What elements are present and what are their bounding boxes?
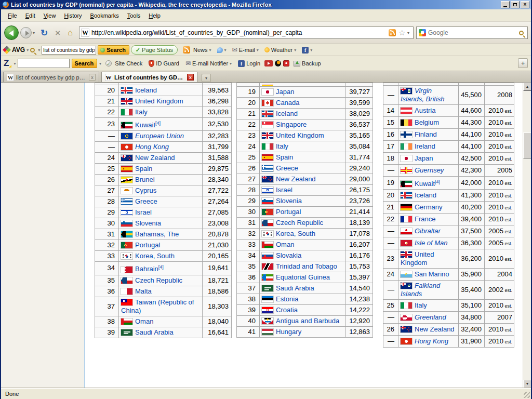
tab-list-button[interactable]: ▾ xyxy=(202,74,211,82)
footnote-link[interactable]: [4] xyxy=(155,121,161,126)
country-link[interactable]: Italy xyxy=(415,301,427,309)
country-link[interactable]: Italy xyxy=(276,142,288,150)
resize-grip[interactable] xyxy=(524,392,530,398)
facebook-login-button[interactable]: fLogin xyxy=(236,60,262,67)
search-magnifier-icon[interactable] xyxy=(519,31,524,35)
country-link[interactable]: Czech Republic xyxy=(135,276,182,284)
backup-button[interactable]: Backup xyxy=(291,60,323,66)
country-link[interactable]: Oman xyxy=(135,317,153,325)
country-link[interactable]: Israel xyxy=(276,186,292,194)
scroll-down-icon[interactable]: ▼ xyxy=(523,380,531,388)
country-link[interactable]: San Marino xyxy=(415,270,449,278)
za-menu-caret-icon[interactable]: ▾ xyxy=(14,61,16,66)
country-link[interactable]: New Zealand xyxy=(415,325,455,333)
country-link[interactable]: Canada xyxy=(276,99,300,107)
country-link[interactable]: New Zealand xyxy=(276,175,316,183)
menu-help[interactable]: Help xyxy=(145,11,164,20)
refresh-button[interactable]: ↻ xyxy=(41,29,48,37)
google-search-input[interactable] xyxy=(426,29,519,36)
url-dropdown-icon[interactable]: ▾ xyxy=(407,31,409,35)
country-link[interactable]: Portugal xyxy=(276,208,301,216)
new-tab-button[interactable]: + xyxy=(518,58,528,68)
url-input[interactable] xyxy=(89,29,388,36)
country-link[interactable]: Iceland xyxy=(415,191,436,199)
country-link[interactable]: Kuwait xyxy=(135,121,155,129)
minimize-button[interactable] xyxy=(501,1,510,8)
avg-menu-caret-icon[interactable]: ▾ xyxy=(26,48,29,52)
country-link[interactable]: Singapore xyxy=(276,121,307,128)
page-status-button[interactable]: ✓Page Status xyxy=(131,45,178,55)
country-link[interactable]: Japan xyxy=(415,154,433,162)
google-logo-icon[interactable] xyxy=(419,29,426,36)
media-icon[interactable] xyxy=(283,60,289,66)
stop-button[interactable]: × xyxy=(55,29,60,37)
country-link[interactable]: Finland xyxy=(415,130,437,138)
tab-gdp-article[interactable]: W List of countries by GDP (nominal... x xyxy=(101,72,197,82)
country-link[interactable]: Antigua and Barbuda xyxy=(276,317,339,325)
avg-logo-icon[interactable] xyxy=(3,46,11,54)
id-guard-button[interactable]: ID Guard xyxy=(147,60,181,67)
country-link[interactable]: Greece xyxy=(135,197,157,205)
email-notifier-button[interactable]: ✉E-mail Notifier▾ xyxy=(183,60,234,67)
footnote-link[interactable]: [4] xyxy=(435,179,440,184)
country-link[interactable]: Belgium xyxy=(415,118,439,126)
scrollbar-thumb[interactable] xyxy=(523,132,531,158)
avg-search-button[interactable]: Search xyxy=(98,45,129,55)
facebook-button[interactable]: f▾ xyxy=(300,47,314,54)
country-link[interactable]: Oman xyxy=(276,241,294,248)
menu-bookmarks[interactable]: Bookmarks xyxy=(87,11,123,20)
rss-feed-icon[interactable] xyxy=(389,29,396,36)
country-link[interactable]: Portugal xyxy=(135,241,160,249)
country-link[interactable]: New Zealand xyxy=(135,154,175,162)
country-link[interactable]: United Kingdom xyxy=(135,97,183,105)
youtube-icon[interactable] xyxy=(264,60,273,66)
window-titlebar[interactable]: List of countries by GDP (nominal) per c… xyxy=(1,0,531,9)
menu-file[interactable]: File xyxy=(4,11,21,20)
country-link[interactable]: Saudi Arabia xyxy=(135,328,174,336)
avg-search-icon[interactable] xyxy=(30,48,35,52)
avg-search-caret-icon[interactable]: ▾ xyxy=(38,48,40,52)
country-link[interactable]: Guernsey xyxy=(415,166,444,174)
menu-edit[interactable]: Edit xyxy=(22,11,39,20)
country-link[interactable]: Saudi Arabia xyxy=(276,284,314,292)
bookmark-star-icon[interactable]: ☆ xyxy=(398,29,405,37)
avg-search-input[interactable] xyxy=(42,46,96,55)
country-link[interactable]: Cyprus xyxy=(135,187,156,194)
za-search-caret-icon[interactable]: ▾ xyxy=(99,61,101,66)
menu-history[interactable]: History xyxy=(60,11,85,20)
country-link[interactable]: Iceland xyxy=(276,110,298,117)
country-link[interactable]: Bahrain xyxy=(135,265,158,273)
country-link[interactable]: Austria xyxy=(415,107,435,114)
country-link[interactable]: Gibraltar xyxy=(415,227,441,235)
country-link[interactable]: Korea, South xyxy=(276,230,315,237)
country-link[interactable]: Spain xyxy=(135,165,152,172)
country-link[interactable]: Israel xyxy=(135,208,152,216)
country-link[interactable]: Slovenia xyxy=(135,219,161,227)
scroll-up-icon[interactable]: ▲ xyxy=(523,83,531,91)
weather-button[interactable]: Weather▾ xyxy=(262,47,298,53)
country-link[interactable]: Isle of Man xyxy=(415,239,448,247)
country-link[interactable]: Ireland xyxy=(415,142,435,150)
country-link[interactable]: Hungary xyxy=(276,328,301,336)
back-button[interactable] xyxy=(4,25,19,40)
vertical-scrollbar[interactable]: ▲ ▼ xyxy=(523,83,531,388)
linkscanner-button[interactable]: ▾ xyxy=(215,47,229,53)
country-link[interactable]: Iceland xyxy=(135,86,157,94)
country-link[interactable]: Japan xyxy=(276,88,294,96)
news-button[interactable]: News▾ xyxy=(179,46,214,54)
country-link[interactable]: Trinidad and Tobago xyxy=(276,262,337,270)
menu-view[interactable]: View xyxy=(40,11,60,20)
country-link[interactable]: Estonia xyxy=(276,295,298,303)
country-link[interactable]: Czech Republic xyxy=(276,219,323,227)
country-link[interactable]: France xyxy=(415,215,435,223)
forward-button[interactable] xyxy=(20,27,32,38)
site-check-button[interactable]: ✓Site Check xyxy=(103,60,144,66)
tab-search-results[interactable]: W list of countryes by gdp per capita - … xyxy=(3,72,99,82)
history-dropdown-icon[interactable]: ▾ xyxy=(33,31,35,35)
country-link[interactable]: Italy xyxy=(135,108,148,116)
country-link[interactable]: United Kingdom xyxy=(276,131,324,139)
country-link[interactable]: Hong Kong xyxy=(135,143,169,151)
za-search-button[interactable]: Search xyxy=(72,59,97,68)
country-link[interactable]: Greece xyxy=(276,164,298,172)
menu-tools[interactable]: Tools xyxy=(124,11,144,20)
